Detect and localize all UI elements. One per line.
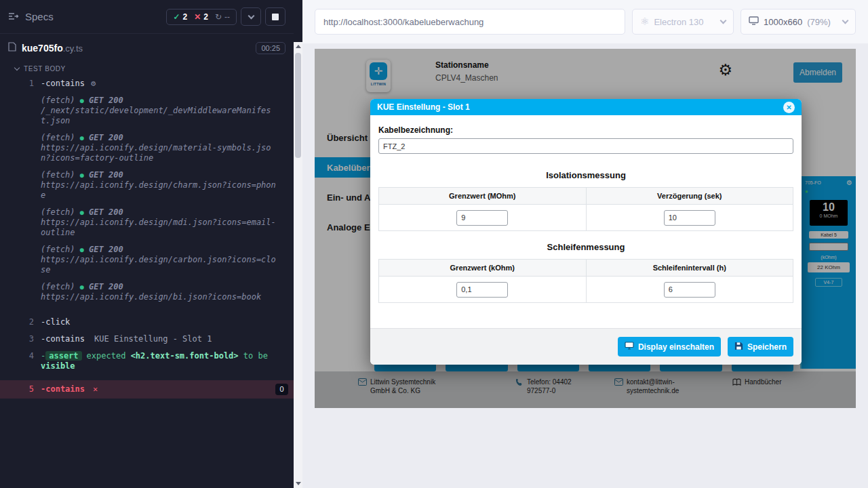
fetch-status: GET 200: [89, 245, 123, 254]
fetch-tag: (fetch): [41, 133, 75, 142]
test-body-label: TEST BODY: [24, 65, 66, 73]
loop-section-title: Schleifenmessung: [378, 242, 793, 252]
isolation-delay-input[interactable]: [664, 210, 715, 226]
cable-name-input[interactable]: [378, 138, 793, 154]
reporter-header: Specs ✓2 ✕2 ↻--: [0, 0, 294, 34]
loop-col-limit: Grenzwert (kOhm): [379, 260, 587, 277]
command-name: -contains: [41, 79, 85, 89]
spec-duration-badge: 00:25: [256, 42, 285, 54]
fail-cross-icon: ✕: [93, 384, 98, 394]
viewport-size: 1000x660: [764, 17, 802, 27]
triangle-down-icon: [296, 482, 301, 485]
pending-count: --: [224, 12, 230, 22]
spec-extension: .cy.ts: [63, 43, 83, 54]
aut-toolbar: ⚛ Electron 130 1000x660 (79%): [302, 0, 868, 43]
status-dot-icon: ●: [80, 246, 84, 253]
fetch-status: GET 200: [89, 96, 123, 105]
fetch-log-row[interactable]: (fetch) ● GET 200https://api.iconify.des…: [0, 279, 294, 306]
fetch-log-row[interactable]: (fetch) ● GET 200https://api.iconify.des…: [0, 204, 294, 241]
fetch-url: https://api.iconify.design/bi.json?icons…: [41, 292, 280, 302]
stop-tests-button[interactable]: [265, 7, 285, 26]
fetch-tag: (fetch): [41, 245, 75, 254]
loop-table: Grenzwert (kOhm) Schleifenintervall (h): [378, 259, 793, 303]
fetch-status: GET 200: [89, 133, 123, 142]
fetch-url: https://api.iconify.design/charm.json?ic…: [41, 180, 280, 201]
cable-name-label: Kabelbezeichnung:: [378, 125, 793, 135]
specs-title[interactable]: Specs: [25, 11, 54, 22]
fetch-tag: (fetch): [41, 96, 75, 105]
scrollbar-track[interactable]: [294, 42, 302, 488]
reporter-sidebar: Specs ✓2 ✕2 ↻-- kue705fo.cy.ts 00:25 TES…: [0, 0, 294, 488]
modal-body: Kabelbezeichnung: Isolationsmessung Gren…: [370, 115, 802, 328]
command-name: -contains: [41, 384, 85, 394]
isolation-table: Grenzwert (MOhm) Verzögerung (sek): [378, 187, 793, 231]
chevron-down-icon: [842, 18, 849, 24]
command-name: -click: [41, 317, 70, 327]
modal-title: KUE Einstellung - Slot 1: [377, 102, 470, 112]
aut-stage: ✛ LITTWIN Stationsname CPLV4_Maschen ⚙ A…: [302, 43, 868, 488]
command-number: 2: [0, 317, 41, 327]
modal-title-bar: KUE Einstellung - Slot 1 ✕: [370, 99, 802, 115]
fetch-url: https://api.iconify.design/material-symb…: [41, 143, 280, 163]
command-row-contains-3[interactable]: 3 -contains KUE Einstellung - Slot 1: [0, 331, 294, 348]
command-row-contains-failed[interactable]: 5 -contains ✕ 0: [0, 380, 294, 399]
isolation-col-limit: Grenzwert (MOhm): [379, 188, 587, 205]
chevron-down-icon: [248, 12, 254, 19]
isolation-limit-input[interactable]: [456, 210, 508, 226]
fetch-log-row[interactable]: (fetch) ● GET 200https://api.iconify.des…: [0, 241, 294, 279]
fetch-log-row[interactable]: (fetch) ● GET 200/_next/static/developme…: [0, 92, 294, 129]
save-floppy-icon: [734, 342, 743, 352]
kue-settings-modal: KUE Einstellung - Slot 1 ✕ Kabelbezeichn…: [370, 99, 802, 365]
status-dot-icon: ●: [80, 209, 84, 216]
collapse-tests-button[interactable]: [241, 7, 261, 26]
loop-col-interval: Schleifenintervall (h): [586, 260, 793, 277]
reporter-scrollbar[interactable]: [294, 0, 302, 488]
specs-icon[interactable]: [8, 11, 19, 23]
url-bar[interactable]: [315, 9, 625, 35]
app-under-test: ✛ LITTWIN Stationsname CPLV4_Maschen ⚙ A…: [315, 49, 856, 408]
fetch-status: GET 200: [89, 207, 123, 217]
viewport-select[interactable]: 1000x660 (79%): [741, 9, 856, 35]
scrollbar-up-arrow[interactable]: [294, 42, 302, 51]
browser-label: Electron 130: [654, 17, 703, 27]
scrollbar-thumb[interactable]: [295, 53, 301, 158]
command-row-contains-1[interactable]: 1 -contains ⚙: [0, 75, 294, 92]
url-input[interactable]: [323, 17, 616, 27]
modal-footer: Display einschalten Speichern: [370, 328, 802, 365]
assert-text: expected: [87, 351, 126, 361]
aut-panel: ⚛ Electron 130 1000x660 (79%) ✛ LITTWIN …: [302, 0, 868, 488]
status-dot-icon: ●: [80, 134, 84, 142]
stop-icon: [272, 14, 279, 20]
command-name: -contains: [41, 334, 85, 344]
command-number: 5: [0, 384, 41, 394]
monitor-icon: [749, 16, 759, 27]
scrollbar-down-arrow[interactable]: [294, 479, 302, 488]
passed-check-icon: ✓: [173, 12, 180, 22]
command-number: 4: [0, 351, 41, 371]
loop-limit-input[interactable]: [456, 282, 508, 298]
test-stats[interactable]: ✓2 ✕2 ↻--: [166, 9, 237, 25]
browser-select[interactable]: ⚛ Electron 130: [632, 9, 734, 35]
viewport-zoom: (79%): [807, 17, 831, 27]
fetch-log-row[interactable]: (fetch) ● GET 200https://api.iconify.des…: [0, 167, 294, 204]
display-on-button[interactable]: Display einschalten: [618, 337, 721, 357]
fetch-log-row[interactable]: (fetch) ● GET 200https://api.iconify.des…: [0, 129, 294, 167]
command-options-gear-icon: ⚙: [91, 79, 96, 89]
fetch-tag: (fetch): [41, 207, 75, 217]
command-argument: KUE Einstellung - Slot 1: [94, 334, 212, 344]
failed-cross-icon: ✕: [194, 12, 201, 22]
spec-file-icon: [8, 42, 16, 54]
spec-file-row[interactable]: kue705fo.cy.ts 00:25: [0, 34, 294, 62]
save-button[interactable]: Speichern: [728, 337, 793, 357]
fetch-status: GET 200: [89, 282, 123, 291]
passed-count: 2: [183, 12, 188, 22]
close-icon[interactable]: ✕: [783, 102, 795, 113]
command-row-click[interactable]: 2 -click: [0, 314, 294, 331]
pending-refresh-icon: ↻: [215, 12, 222, 22]
spec-name: kue705fo.cy.ts: [22, 43, 83, 54]
fetch-status: GET 200: [89, 170, 123, 180]
command-row-assert[interactable]: 4 -assertexpected <h2.text-sm.font-bold>…: [0, 348, 294, 375]
loop-interval-input[interactable]: [664, 282, 715, 298]
command-number: 3: [0, 334, 41, 344]
test-body-toggle[interactable]: TEST BODY: [0, 62, 294, 75]
